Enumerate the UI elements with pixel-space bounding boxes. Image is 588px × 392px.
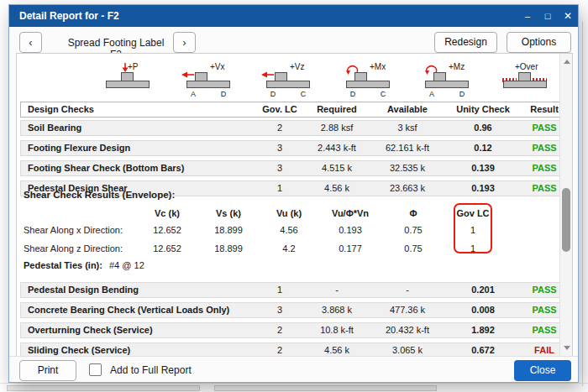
scroll-up-icon[interactable] <box>564 60 570 64</box>
table-row: Soil Bearing 2 2.88 ksf 3 ksf 0.96 PASS <box>20 120 563 136</box>
check-name: Footing Flexure Design <box>28 143 130 153</box>
unity-check-cell: 0.96 <box>449 123 517 133</box>
icon-label: +Vz <box>290 62 305 71</box>
check-name: Overturning Check (Service) <box>28 325 153 335</box>
unity-check-cell: 0.201 <box>449 285 517 295</box>
pedestal-ties-label: Pedestal Ties (in): <box>24 260 102 270</box>
vu-cell: 4.56 <box>264 225 314 235</box>
shear-row-label: Shear Along x Direction: <box>24 225 123 235</box>
table-row: Sliding Check (Service) 2 4.56 k 3.065 k… <box>20 342 563 357</box>
available-cell: 23.663 k <box>365 183 449 193</box>
left-arrow-icon <box>261 71 274 78</box>
available-cell: 477.36 k <box>365 305 449 315</box>
title-bar: Detail Report for - F2 – □ ✕ <box>9 5 578 27</box>
footing-shape <box>266 81 310 88</box>
scrollbar-thumb[interactable] <box>562 188 570 252</box>
icon-label: +Mx <box>370 62 386 71</box>
unity-check-cell: 0.008 <box>449 305 517 315</box>
table-row: Footing Shear Check (Bottom Bars) 3 4.51… <box>20 160 563 176</box>
column-header: Available <box>365 104 449 114</box>
corner-label: D <box>457 90 467 98</box>
sub-column-header: Vu (k) <box>264 208 314 218</box>
corner-label: C <box>298 90 308 98</box>
corner-label: A <box>188 90 198 98</box>
corner-label: D <box>218 90 228 98</box>
footing-shape <box>346 81 390 88</box>
unity-check-cell: 0.672 <box>449 345 517 355</box>
close-button[interactable]: Close <box>514 360 571 381</box>
ratio-cell: 0.177 <box>325 243 375 253</box>
design-checks-header-row: Design Checks Gov. LC Required Available… <box>20 102 563 118</box>
redesign-button[interactable]: Redesign <box>434 32 497 53</box>
vs-cell: 18.899 <box>203 225 254 235</box>
moment-x-load-icon: +Mx D C <box>334 62 402 101</box>
available-cell: 3.065 k <box>365 345 449 355</box>
corner-label: D <box>348 90 358 98</box>
table-row: Concrete Bearing Check (Vertical Loads O… <box>20 302 563 318</box>
table-row: Footing Flexure Design 3 2.443 k-ft 62.1… <box>20 140 563 156</box>
maximize-icon[interactable]: □ <box>538 5 558 27</box>
print-button[interactable]: Print <box>19 360 76 381</box>
background-window-fragment <box>214 385 437 391</box>
check-name: Concrete Bearing Check (Vertical Loads O… <box>28 305 229 315</box>
sub-column-header: Vc (k) <box>142 208 192 218</box>
footing-shape <box>503 81 547 88</box>
table-row: Overturning Check (Service) 2 10.8 k-ft … <box>20 322 563 338</box>
footing-shape <box>106 81 150 88</box>
background-window-edge <box>0 383 588 384</box>
phi-cell: 0.75 <box>388 243 438 253</box>
shear-section-title: Shear Check Results (Envelope): <box>24 190 175 200</box>
icon-label: +Mz <box>449 62 465 71</box>
moment-z-load-icon: +Mz A D <box>413 62 480 101</box>
result-cell: FAIL <box>526 345 563 355</box>
corner-label: A <box>427 90 437 98</box>
footing-shape <box>186 81 230 88</box>
scroll-down-icon[interactable] <box>564 346 570 350</box>
vc-cell: 12.652 <box>142 243 192 253</box>
shear-x-load-icon: +Vx A D <box>175 62 242 101</box>
result-cell: PASS <box>526 305 563 315</box>
column-header: Result <box>526 104 563 114</box>
available-cell: 32.535 k <box>365 163 449 173</box>
ratio-cell: 0.193 <box>325 225 375 235</box>
footing-shape <box>425 81 469 88</box>
minimize-icon[interactable]: – <box>517 5 538 27</box>
vc-cell: 12.652 <box>142 225 192 235</box>
add-to-report-label: Add to Full Report <box>110 364 192 376</box>
phi-cell: 0.75 <box>388 225 438 235</box>
column-header: Design Checks <box>28 104 94 114</box>
down-arrow-icon <box>122 63 129 72</box>
icon-label: +Over <box>515 62 538 71</box>
available-cell: - <box>365 285 449 295</box>
icon-label: +Vx <box>210 62 225 71</box>
available-cell: 3 ksf <box>365 123 449 133</box>
result-cell: PASS <box>526 163 563 173</box>
pedestal-ties-value: #4 @ 12 <box>109 260 144 270</box>
unity-check-cell: 0.193 <box>449 183 517 193</box>
axial-load-icon: +P <box>94 62 161 101</box>
vertical-scrollbar[interactable] <box>559 54 572 356</box>
overturning-load-icon: +Over <box>491 62 559 101</box>
column-header: Unity Check <box>449 104 517 114</box>
check-name: Soil Bearing <box>28 123 81 133</box>
options-button[interactable]: Options <box>507 32 571 53</box>
add-to-report-checkbox[interactable] <box>89 363 102 376</box>
shear-z-load-icon: +Vz D C <box>255 62 322 101</box>
unity-check-cell: 1.892 <box>449 325 517 335</box>
result-cell: PASS <box>526 123 563 133</box>
previous-footing-button[interactable]: ‹ <box>19 32 42 53</box>
gov-lc-highlight-box <box>454 203 492 253</box>
corner-label: D <box>268 90 278 98</box>
close-icon[interactable]: ✕ <box>558 5 578 27</box>
available-cell: 62.161 k-ft <box>365 143 449 153</box>
check-name: Pedestal Design Bending <box>28 285 139 295</box>
corner-label: C <box>378 90 388 98</box>
unity-check-cell: 0.139 <box>449 163 517 173</box>
left-arrow-icon <box>181 71 194 78</box>
check-name: Footing Shear Check (Bottom Bars) <box>28 163 184 173</box>
window-controls: – □ ✕ <box>517 5 578 27</box>
available-cell: 20.432 k-ft <box>365 325 449 335</box>
next-footing-button[interactable]: › <box>173 32 196 53</box>
unity-check-cell: 0.12 <box>449 143 517 153</box>
report-panel: +P +Vx A D +Vz D C +Mx <box>16 53 573 357</box>
